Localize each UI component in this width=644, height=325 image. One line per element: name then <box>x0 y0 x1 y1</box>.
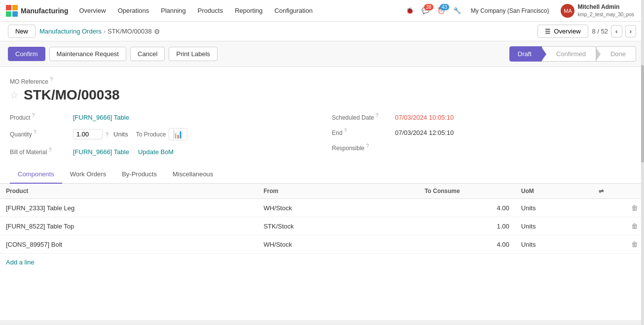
tab-miscellaneous[interactable]: Miscellaneous <box>165 165 221 184</box>
row-uom-2: Units <box>515 235 593 254</box>
main-content: MO Reference ? ☆ STK/MO/00038 Product ? … <box>0 67 644 320</box>
row-consume-0[interactable]: 4.00 <box>419 199 515 217</box>
svg-rect-1 <box>12 5 18 10</box>
table-header: Product From To Consume UoM ⇌ <box>0 184 644 199</box>
end-help-icon[interactable]: ? <box>344 128 347 133</box>
cancel-button[interactable]: Cancel <box>130 47 165 61</box>
table-row: [CONS_89957] Bolt WH/Stock 4.00 Units 🗑 <box>0 235 644 254</box>
new-button[interactable]: New <box>8 25 36 38</box>
svg-rect-2 <box>6 11 11 17</box>
row-from-2: WH/Stock <box>257 235 419 254</box>
update-bom-link[interactable]: Update BoM <box>138 148 174 156</box>
step-done[interactable]: Done <box>596 46 636 62</box>
page-scrollbar[interactable] <box>641 0 644 320</box>
step-confirmed[interactable]: Confirmed <box>542 46 596 62</box>
overview-button[interactable]: ☰ Overview <box>537 25 588 38</box>
responsible-row: Responsible ? <box>332 143 634 152</box>
avatar-initials: MA <box>564 8 572 14</box>
row-consume-1[interactable]: 1.00 <box>419 217 515 235</box>
menu-icon: ☰ <box>545 28 551 35</box>
company-name: My Company (San Francisco) <box>471 7 549 14</box>
adjust-columns-icon[interactable]: ⇌ <box>599 188 604 195</box>
next-page-button[interactable]: › <box>625 25 636 37</box>
quantity-help-icon[interactable]: ? <box>34 130 36 135</box>
qty-help-icon[interactable]: ? <box>106 131 108 137</box>
scrollbar-thumb <box>641 65 644 162</box>
mo-title-row: ☆ STK/MO/00038 <box>10 87 634 103</box>
nav-overview[interactable]: Overview <box>74 5 110 16</box>
app-title: Manufacturing <box>21 7 68 15</box>
scheduled-date-row: Scheduled Date ? 07/03/2024 10:05:10 <box>332 113 634 121</box>
row-action-2: 🗑 <box>593 235 644 254</box>
tab-by-products[interactable]: By-Products <box>114 165 165 184</box>
bom-label: Bill of Material ? <box>10 147 69 156</box>
row-product-0[interactable]: [FURN_2333] Table Leg <box>0 199 257 217</box>
clock-icon-btn[interactable]: ⏰ 43 <box>435 5 447 16</box>
avatar: MA <box>561 4 574 18</box>
delete-row-2-button[interactable]: 🗑 <box>631 240 638 248</box>
confirm-button[interactable]: Confirm <box>8 47 45 61</box>
camera-button[interactable]: 📊 <box>169 128 187 140</box>
row-consume-2[interactable]: 4.00 <box>419 235 515 254</box>
page-navigation: 8 / 52 ‹ › <box>592 25 636 37</box>
step-draft[interactable]: Draft <box>509 46 542 62</box>
nav-icons: 🐞 💬 38 ⏰ 43 🔧 My Company (San Francisco)… <box>404 1 638 20</box>
wrench-icon: 🔧 <box>453 7 461 14</box>
end-row: End ? 07/03/2024 12:05:10 <box>332 128 634 136</box>
row-uom-1: Units <box>515 217 593 235</box>
svg-rect-3 <box>12 11 18 17</box>
print-labels-button[interactable]: Print Labels <box>169 47 217 61</box>
mo-reference-label: MO Reference ? <box>10 77 634 85</box>
row-from-0: WH/Stock <box>257 199 419 217</box>
delete-row-0-button[interactable]: 🗑 <box>631 204 638 212</box>
add-line-link[interactable]: Add a line <box>0 254 40 271</box>
nav-configuration[interactable]: Configuration <box>270 5 318 16</box>
product-value[interactable]: [FURN_9666] Table <box>73 114 129 121</box>
responsible-label: Responsible ? <box>332 143 391 152</box>
previous-page-button[interactable]: ‹ <box>611 25 622 37</box>
form-area: MO Reference ? ☆ STK/MO/00038 Product ? … <box>0 67 644 271</box>
row-product-2[interactable]: [CONS_89957] Bolt <box>0 235 257 254</box>
table-body: [FURN_2333] Table Leg WH/Stock 4.00 Unit… <box>0 199 644 254</box>
mo-reference-help-icon[interactable]: ? <box>50 77 53 82</box>
user-menu[interactable]: MA Mitchell Admin kmp_2_test_may_30_pos <box>557 1 638 20</box>
wrench-icon-btn[interactable]: 🔧 <box>451 5 463 16</box>
nav-products[interactable]: Products <box>193 5 228 16</box>
breadcrumb-parent[interactable]: Manufacturing Orders <box>39 28 102 35</box>
col-header-uom: UoM <box>515 184 593 199</box>
company-selector[interactable]: My Company (San Francisco) <box>467 5 553 16</box>
nav-reporting[interactable]: Reporting <box>230 5 267 16</box>
bom-value[interactable]: [FURN_9666] Table <box>73 148 129 156</box>
nav-operations[interactable]: Operations <box>113 5 154 16</box>
settings-icon[interactable]: ⚙ <box>154 28 160 35</box>
product-help-icon[interactable]: ? <box>32 113 35 118</box>
clock-badge: 43 <box>440 4 449 10</box>
tab-components[interactable]: Components <box>10 165 62 184</box>
chat-icon-btn[interactable]: 💬 38 <box>420 5 431 16</box>
logo-icon <box>6 5 18 17</box>
row-product-1[interactable]: [FURN_8522] Table Top <box>0 217 257 235</box>
bill-of-material-row: Bill of Material ? [FURN_9666] Table Upd… <box>10 147 312 156</box>
row-from-1: STK/Stock <box>257 217 419 235</box>
product-label: Product ? <box>10 113 69 121</box>
maintenance-request-button[interactable]: Maintenance Request <box>49 47 126 61</box>
row-uom-0: Units <box>515 199 593 217</box>
quantity-row: Quantity ? ? Units To Produce 📊 <box>10 128 312 140</box>
bug-icon-btn[interactable]: 🐞 <box>404 5 416 16</box>
delete-row-1-button[interactable]: 🗑 <box>631 222 638 230</box>
favorite-icon[interactable]: ☆ <box>10 89 19 101</box>
bom-help-icon[interactable]: ? <box>49 147 52 153</box>
nav-planning[interactable]: Planning <box>156 5 191 16</box>
chat-badge: 38 <box>424 4 433 10</box>
action-bar: Confirm Maintenance Request Cancel Print… <box>0 41 644 67</box>
scheduled-date-help-icon[interactable]: ? <box>376 113 379 118</box>
table-row: [FURN_8522] Table Top STK/Stock 1.00 Uni… <box>0 217 644 235</box>
tab-work-orders[interactable]: Work Orders <box>62 165 114 184</box>
responsible-help-icon[interactable]: ? <box>366 143 369 149</box>
end-value[interactable]: 07/03/2024 12:05:10 <box>395 129 454 136</box>
col-header-to-consume: To Consume <box>419 184 515 199</box>
quantity-input-group: ? Units To Produce 📊 <box>73 128 187 140</box>
scheduled-date-value[interactable]: 07/03/2024 10:05:10 <box>395 114 454 121</box>
scheduled-date-label: Scheduled Date ? <box>332 113 391 121</box>
quantity-input[interactable] <box>73 129 103 139</box>
